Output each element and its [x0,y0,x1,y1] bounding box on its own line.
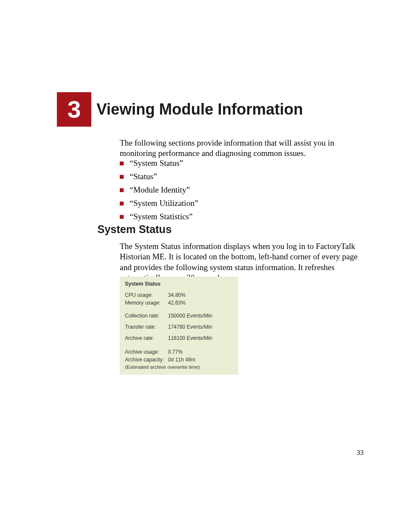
status-row: CPU usage: 34.80% [125,292,233,298]
status-label: Archive usage: [125,349,168,355]
status-label: Archive capacity: [125,357,168,363]
chapter-header: 3 Viewing Module Information [57,92,303,127]
status-footnote: (Estimated archive overwrite time) [125,364,233,370]
bullet-text: “Status” [130,172,157,181]
status-label: CPU usage: [125,292,168,298]
status-row: Transfer rate: 174780 Events/Min [125,324,233,330]
bullet-icon [120,162,124,165]
system-status-panel: System Status CPU usage: 34.80% Memory u… [120,277,238,375]
bullet-icon [120,215,124,219]
section-heading: System Status [97,223,171,236]
panel-title: System Status [125,281,233,287]
status-row: Collection rate: 150000 Events/Min [125,313,233,319]
bullet-text: “System Status” [130,159,183,168]
status-value: 0.77% [168,349,183,355]
chapter-number: 3 [67,97,81,121]
bullet-icon [120,175,124,179]
status-value: 116100 Events/Min [168,335,212,341]
list-item: “System Statistics” [120,212,361,221]
status-value: 34.80% [168,292,186,298]
intro-paragraph: The following sections provide informati… [120,138,361,159]
chapter-number-box: 3 [57,92,91,127]
bullet-text: “System Statistics” [130,212,193,221]
bullet-text: “Module Identity” [130,185,190,195]
status-label: Transfer rate: [125,324,168,330]
list-item: “Module Identity” [120,185,361,195]
bullet-icon [120,202,124,205]
status-value: 174780 Events/Min [168,324,212,330]
status-label: Collection rate: [125,313,168,319]
bullet-list: “System Status” “Status” “Module Identit… [120,159,361,225]
status-label: Archive rate: [125,335,168,341]
list-item: “Status” [120,172,361,181]
status-row: Archive rate: 116100 Events/Min [125,335,233,341]
spacer [125,308,233,313]
status-value: 42.63% [168,300,186,306]
status-row: Archive usage: 0.77% [125,349,233,355]
list-item: “System Utilization” [120,199,361,208]
status-row: Archive capacity: 0d 11h 48m [125,357,233,363]
status-label: Memory usage: [125,300,168,306]
chapter-title: Viewing Module Information [97,100,303,118]
status-value: 150000 Events/Min [168,313,212,319]
bullet-icon [120,188,124,192]
status-value: 0d 11h 48m [168,357,195,363]
status-row: Memory usage: 42.63% [125,300,233,306]
list-item: “System Status” [120,159,361,168]
bullet-text: “System Utilization” [130,199,198,208]
document-page: 3 Viewing Module Information The followi… [0,0,411,532]
page-number: 33 [357,449,364,457]
